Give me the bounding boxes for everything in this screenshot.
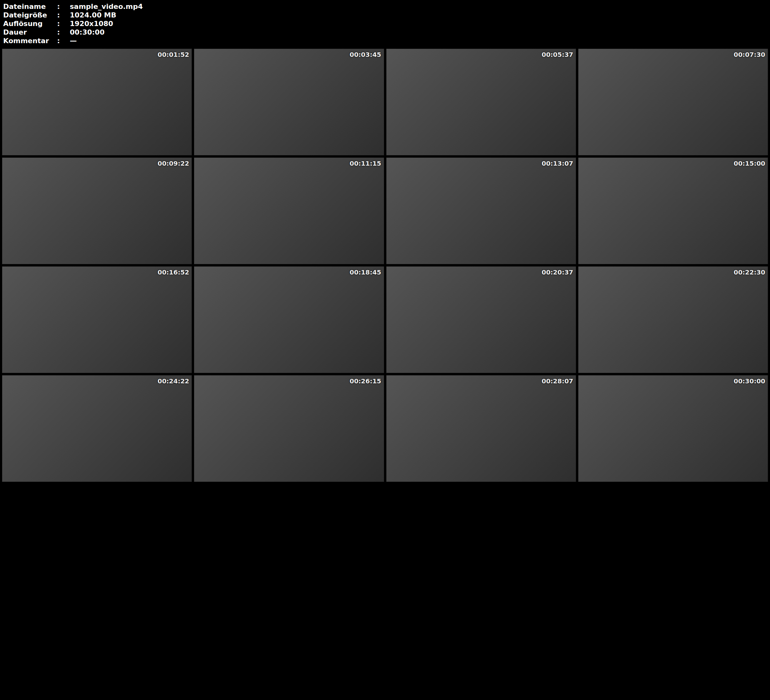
- metadata-value: —: [70, 37, 77, 45]
- thumbnail-grid: 00:01:5200:03:4500:05:3700:07:3000:09:22…: [0, 47, 770, 484]
- metadata-label: Kommentar: [3, 37, 57, 45]
- video-thumbnail[interactable]: 00:15:00: [578, 157, 768, 264]
- timestamp-overlay: 00:11:15: [349, 160, 381, 167]
- video-thumbnail[interactable]: 00:13:07: [386, 157, 576, 264]
- video-thumbnail[interactable]: 00:18:45: [194, 266, 384, 373]
- metadata-row: Dateigröße:1024.00 MB: [3, 11, 767, 19]
- metadata-value: 00:30:00: [70, 28, 104, 36]
- video-thumbnail[interactable]: 00:22:30: [578, 266, 768, 373]
- metadata-colon: :: [57, 11, 70, 19]
- video-thumbnail[interactable]: 00:05:37: [386, 49, 576, 156]
- timestamp-overlay: 00:28:07: [542, 377, 573, 385]
- metadata-row: Dateiname:sample_video.mp4: [3, 3, 767, 10]
- metadata-label: Dateigröße: [3, 11, 57, 19]
- video-thumbnail[interactable]: 00:09:22: [2, 157, 192, 264]
- timestamp-overlay: 00:03:45: [349, 51, 381, 58]
- timestamp-overlay: 00:22:30: [734, 269, 765, 276]
- metadata-value: sample_video.mp4: [70, 3, 143, 10]
- video-thumbnail[interactable]: 00:03:45: [194, 49, 384, 156]
- metadata-label: Dauer: [3, 28, 57, 36]
- timestamp-overlay: 00:18:45: [349, 269, 381, 276]
- video-thumbnail[interactable]: 00:24:22: [2, 375, 192, 482]
- timestamp-overlay: 00:05:37: [542, 51, 573, 58]
- video-thumbnail[interactable]: 00:11:15: [194, 157, 384, 264]
- timestamp-overlay: 00:20:37: [542, 269, 573, 276]
- metadata-colon: :: [57, 3, 70, 10]
- video-thumbnail[interactable]: 00:28:07: [386, 375, 576, 482]
- metadata-row: Kommentar:—: [3, 37, 767, 45]
- metadata-label: Auflösung: [3, 19, 57, 28]
- timestamp-overlay: 00:13:07: [542, 160, 573, 167]
- timestamp-overlay: 00:15:00: [734, 160, 765, 167]
- timestamp-overlay: 00:07:30: [734, 51, 765, 58]
- metadata-colon: :: [57, 28, 70, 36]
- video-thumbnail[interactable]: 00:07:30: [578, 49, 768, 156]
- metadata-label: Dateiname: [3, 3, 57, 10]
- timestamp-overlay: 00:30:00: [734, 377, 765, 385]
- timestamp-overlay: 00:01:52: [158, 51, 189, 58]
- timestamp-overlay: 00:09:22: [158, 160, 189, 167]
- metadata-value: 1920x1080: [70, 19, 113, 28]
- metadata-colon: :: [57, 19, 70, 28]
- timestamp-overlay: 00:16:52: [158, 269, 189, 276]
- metadata-value: 1024.00 MB: [70, 11, 116, 19]
- metadata-row: Dauer:00:30:00: [3, 28, 767, 36]
- video-thumbnail[interactable]: 00:01:52: [2, 49, 192, 156]
- video-thumbnail[interactable]: 00:20:37: [386, 266, 576, 373]
- metadata-colon: :: [57, 37, 70, 45]
- timestamp-overlay: 00:24:22: [158, 377, 189, 385]
- video-thumbnail[interactable]: 00:26:15: [194, 375, 384, 482]
- video-thumbnail[interactable]: 00:16:52: [2, 266, 192, 373]
- timestamp-overlay: 00:26:15: [349, 377, 381, 385]
- metadata-row: Auflösung:1920x1080: [3, 19, 767, 28]
- metadata-header: Dateiname:sample_video.mp4Dateigröße:102…: [0, 0, 770, 47]
- video-thumbnail[interactable]: 00:30:00: [578, 375, 768, 482]
